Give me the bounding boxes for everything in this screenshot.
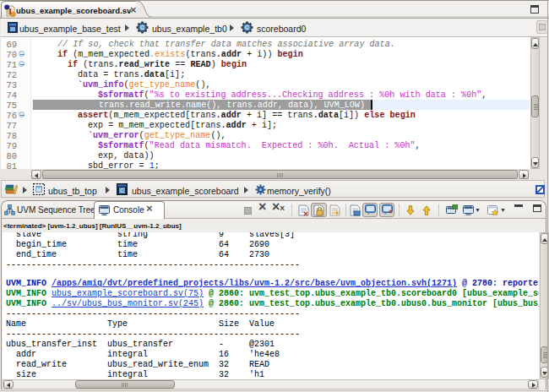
svg-text:C: C [120, 188, 124, 193]
svg-text:C: C [140, 24, 144, 30]
svg-text:C: C [245, 24, 249, 30]
svg-text:M: M [36, 187, 41, 193]
